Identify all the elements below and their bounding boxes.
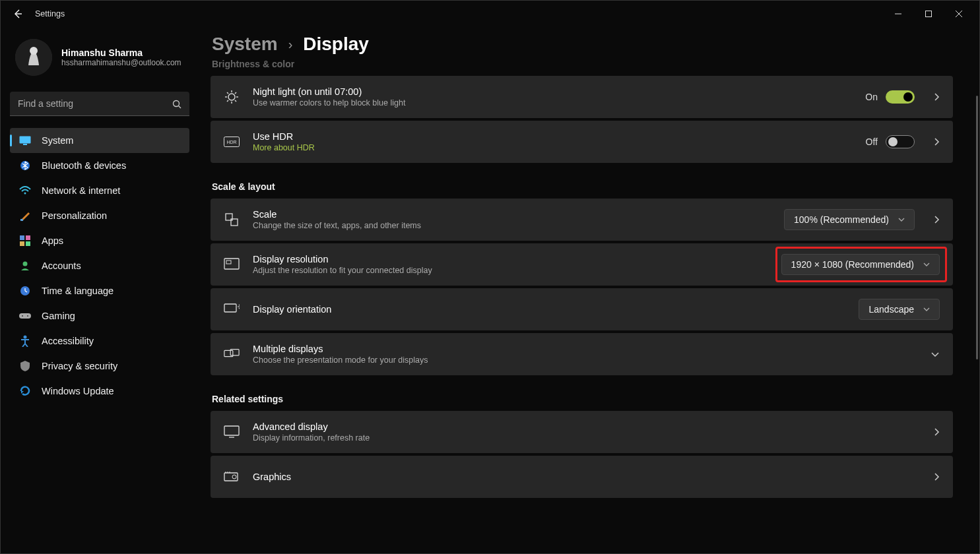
svg-line-24 bbox=[227, 92, 228, 94]
nav-item-personalization[interactable]: Personalization bbox=[10, 203, 189, 228]
night-light-title: Night light (on until 07:00) bbox=[253, 86, 405, 97]
wifi-icon bbox=[19, 185, 31, 197]
svg-point-16 bbox=[22, 315, 23, 317]
hdr-link[interactable]: More about HDR bbox=[253, 143, 315, 152]
update-icon bbox=[19, 385, 31, 397]
multiple-title: Multiple displays bbox=[253, 344, 428, 354]
nav-item-apps[interactable]: Apps bbox=[10, 228, 189, 253]
avatar bbox=[15, 39, 52, 76]
chevron-right-icon bbox=[933, 137, 940, 146]
row-orientation[interactable]: Display orientation Landscape bbox=[211, 288, 953, 330]
close-button[interactable] bbox=[944, 3, 974, 24]
row-scale[interactable]: Scale Change the size of text, apps, and… bbox=[211, 199, 953, 241]
sidebar: Himanshu Sharma hssharmahimanshu@outlook… bbox=[1, 27, 199, 553]
nav-item-system[interactable]: System bbox=[10, 128, 189, 153]
row-hdr[interactable]: HDR Use HDR More about HDR Off bbox=[211, 121, 953, 163]
svg-point-7 bbox=[24, 193, 26, 195]
search-input[interactable] bbox=[10, 92, 189, 116]
nav-item-network[interactable]: Network & internet bbox=[10, 178, 189, 203]
advanced-sub: Display information, refresh rate bbox=[253, 433, 370, 443]
scrollbar-thumb[interactable] bbox=[976, 96, 978, 359]
row-multiple-displays[interactable]: Multiple displays Choose the presentatio… bbox=[211, 333, 953, 375]
section-header-related: Related settings bbox=[212, 394, 953, 404]
chevron-right-icon bbox=[933, 427, 940, 437]
row-resolution[interactable]: Display resolution Adjust the resolution… bbox=[211, 243, 953, 286]
scale-dropdown[interactable]: 100% (Recommended) bbox=[784, 209, 915, 230]
svg-point-3 bbox=[174, 100, 180, 106]
maximize-icon bbox=[925, 11, 932, 17]
graphics-title: Graphics bbox=[253, 472, 291, 482]
nav-item-time[interactable]: Time & language bbox=[10, 278, 189, 303]
orientation-value: Landscape bbox=[868, 304, 914, 315]
chevron-right-icon bbox=[933, 472, 940, 481]
orientation-dropdown[interactable]: Landscape bbox=[859, 299, 940, 320]
chevron-down-icon bbox=[923, 307, 930, 312]
svg-rect-11 bbox=[20, 241, 24, 246]
night-light-toggle[interactable] bbox=[886, 90, 915, 104]
svg-point-17 bbox=[27, 315, 28, 317]
paintbrush-icon bbox=[19, 210, 31, 222]
close-icon bbox=[956, 11, 962, 17]
back-button[interactable] bbox=[6, 2, 30, 26]
nav-item-accessibility[interactable]: Accessibility bbox=[10, 328, 189, 354]
content-area: System › Display Brightness & color Nigh… bbox=[199, 27, 979, 553]
search-box[interactable] bbox=[10, 92, 189, 116]
profile-name: Himanshu Sharma bbox=[61, 47, 181, 58]
nav-label: System bbox=[42, 135, 73, 146]
scale-title: Scale bbox=[253, 209, 421, 220]
section-header-brightness: Brightness & color bbox=[212, 59, 953, 69]
row-night-light[interactable]: Night light (on until 07:00) Use warmer … bbox=[211, 76, 953, 118]
multiple-displays-icon bbox=[224, 348, 240, 360]
nav-item-update[interactable]: Windows Update bbox=[10, 379, 189, 404]
nav-label: Time & language bbox=[42, 286, 114, 296]
person-icon bbox=[19, 260, 31, 272]
nav-label: Personalization bbox=[42, 210, 107, 221]
svg-rect-39 bbox=[224, 473, 238, 481]
row-graphics[interactable]: Graphics bbox=[211, 456, 953, 498]
titlebar: Settings bbox=[1, 1, 979, 27]
svg-point-13 bbox=[23, 262, 28, 266]
nav-item-accounts[interactable]: Accounts bbox=[10, 253, 189, 278]
profile-email: hssharmahimanshu@outlook.com bbox=[61, 58, 181, 67]
nav-label: Apps bbox=[42, 235, 63, 246]
svg-rect-33 bbox=[226, 261, 231, 264]
breadcrumb-parent[interactable]: System bbox=[212, 34, 278, 55]
chevron-down-icon bbox=[931, 351, 940, 357]
breadcrumb-separator: › bbox=[288, 37, 293, 52]
nav-label: Windows Update bbox=[42, 386, 114, 396]
row-advanced-display[interactable]: Advanced display Display information, re… bbox=[211, 411, 953, 453]
breadcrumb: System › Display bbox=[211, 34, 953, 55]
svg-rect-37 bbox=[224, 426, 239, 435]
monitor-icon bbox=[224, 425, 240, 439]
accessibility-icon bbox=[19, 335, 31, 347]
avatar-image bbox=[15, 39, 52, 76]
svg-rect-4 bbox=[20, 137, 31, 144]
orientation-title: Display orientation bbox=[253, 304, 331, 315]
chevron-right-icon bbox=[933, 215, 940, 224]
minimize-button[interactable] bbox=[883, 3, 913, 24]
hdr-toggle[interactable] bbox=[886, 135, 915, 148]
maximize-button[interactable] bbox=[913, 3, 944, 24]
nav-item-bluetooth[interactable]: Bluetooth & devices bbox=[10, 153, 189, 178]
bluetooth-icon bbox=[19, 160, 31, 171]
svg-point-18 bbox=[24, 336, 27, 339]
resolution-icon bbox=[224, 258, 240, 271]
apps-icon bbox=[19, 235, 31, 247]
scale-icon bbox=[224, 212, 240, 227]
profile-block[interactable]: Himanshu Sharma hssharmahimanshu@outlook… bbox=[10, 32, 189, 88]
svg-rect-9 bbox=[20, 235, 24, 240]
orientation-icon bbox=[224, 303, 240, 316]
svg-rect-15 bbox=[19, 313, 31, 319]
scrollbar[interactable] bbox=[975, 96, 978, 549]
advanced-title: Advanced display bbox=[253, 421, 370, 432]
search-icon bbox=[172, 100, 181, 109]
nav-item-privacy[interactable]: Privacy & security bbox=[10, 354, 189, 379]
chevron-right-icon bbox=[933, 92, 940, 102]
gamepad-icon bbox=[19, 310, 31, 322]
nav-label: Accounts bbox=[42, 261, 81, 271]
scale-sub: Change the size of text, apps, and other… bbox=[253, 221, 421, 230]
hdr-state: Off bbox=[866, 137, 878, 147]
nav-label: Accessibility bbox=[42, 336, 94, 346]
nav-item-gaming[interactable]: Gaming bbox=[10, 303, 189, 328]
resolution-dropdown[interactable]: 1920 × 1080 (Recommended) bbox=[781, 254, 940, 275]
